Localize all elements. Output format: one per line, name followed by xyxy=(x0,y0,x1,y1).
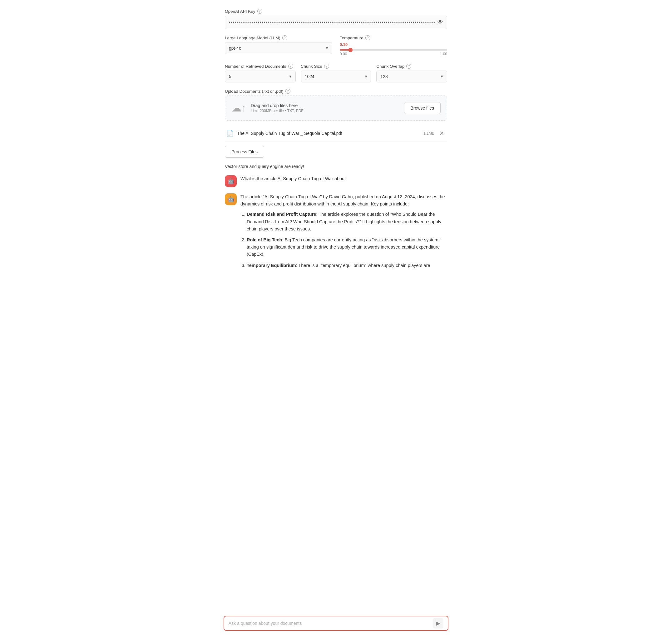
file-doc-icon: 📄 xyxy=(226,130,234,137)
ai-point-3: Temporary Equilibrium: There is a "tempo… xyxy=(247,262,447,269)
temperature-help-icon[interactable]: ? xyxy=(365,35,370,40)
api-key-value: ••••••••••••••••••••••••••••••••••••••••… xyxy=(229,20,435,25)
chunk-overlap-help-icon[interactable]: ? xyxy=(406,64,411,69)
send-button[interactable]: ▶ xyxy=(433,618,443,629)
temperature-value: 0.10 xyxy=(340,42,447,47)
ai-message-content: The article "AI Supply Chain Tug of War"… xyxy=(240,193,447,273)
user-message-content: What is the article AI Supply Chain Tug … xyxy=(240,175,447,182)
retrieved-docs-help-icon[interactable]: ? xyxy=(288,64,293,69)
upload-dropzone[interactable]: ☁↑ Drag and drop files here Limit 200MB … xyxy=(225,95,447,121)
toggle-visibility-icon[interactable]: 👁 xyxy=(437,19,443,25)
chunk-size-select[interactable]: 512 1024 2048 xyxy=(301,71,371,82)
retrieved-docs-label: Number of Retrieved Documents ? xyxy=(225,64,296,69)
file-name: The AI Supply Chain Tug of War _ Sequoia… xyxy=(237,131,418,136)
ai-point-1-title: Demand Risk and Profit Capture xyxy=(247,212,316,217)
temp-min: 0.00 xyxy=(340,52,347,56)
ai-point-1: Demand Risk and Profit Capture: The arti… xyxy=(247,211,447,233)
llm-select-wrapper: gpt-4o gpt-4 gpt-3.5-turbo ▼ xyxy=(225,42,332,54)
llm-label: Large Language Model (LLM) ? xyxy=(225,35,332,40)
chat-area: 🤖 What is the article AI Supply Chain Tu… xyxy=(225,175,447,273)
chunk-overlap-label: Chunk Overlap ? xyxy=(376,64,447,69)
llm-select[interactable]: gpt-4o gpt-4 gpt-3.5-turbo xyxy=(225,42,332,54)
upload-help-icon[interactable]: ? xyxy=(286,89,290,94)
temp-max: 1.00 xyxy=(440,52,447,56)
chunk-overlap-select-wrapper: 0 64 128 256 ▼ xyxy=(376,71,447,83)
file-size: 1.1MB xyxy=(423,131,434,135)
drag-drop-text: Drag and drop files here xyxy=(251,103,304,108)
chunk-size-help-icon[interactable]: ? xyxy=(324,64,329,69)
ai-avatar: 🤖 xyxy=(225,193,237,205)
retrieved-docs-select-wrapper: 3 5 7 10 ▼ xyxy=(225,71,296,83)
temperature-label: Temperature ? xyxy=(340,35,447,40)
upload-label: Upload Documents (.txt or .pdf) ? xyxy=(225,89,447,94)
ai-point-2-title: Role of Big Tech xyxy=(247,237,282,242)
ai-intro: The article "AI Supply Chain Tug of War"… xyxy=(240,193,447,208)
api-key-label: OpenAI API Key ? xyxy=(225,9,447,14)
ai-message: 🤖 The article "AI Supply Chain Tug of Wa… xyxy=(225,193,447,273)
llm-help-icon[interactable]: ? xyxy=(282,35,287,40)
upload-limit-text: Limit 200MB per file • TXT, PDF xyxy=(251,109,304,113)
chunk-size-label: Chunk Size ? xyxy=(301,64,371,69)
ai-point-3-title: Temporary Equilibrium xyxy=(247,263,296,268)
retrieved-docs-select[interactable]: 3 5 7 10 xyxy=(225,71,295,82)
browse-files-button[interactable]: Browse files xyxy=(404,102,441,114)
api-key-input-wrapper: ••••••••••••••••••••••••••••••••••••••••… xyxy=(225,16,447,29)
ai-point-3-body: : There is a "temporary equilibrium" whe… xyxy=(296,263,430,268)
temperature-slider[interactable]: 0.00 1.00 xyxy=(340,48,447,57)
api-key-help-icon[interactable]: ? xyxy=(257,9,262,14)
chunk-size-select-wrapper: 512 1024 2048 ▼ xyxy=(301,71,371,83)
file-item: 📄 The AI Supply Chain Tug of War _ Sequo… xyxy=(225,126,447,142)
chat-input-bar: ▶ xyxy=(223,616,449,631)
user-avatar: 🤖 xyxy=(225,175,237,187)
user-message: 🤖 What is the article AI Supply Chain Tu… xyxy=(225,175,447,187)
ai-point-2: Role of Big Tech: Big Tech companies are… xyxy=(247,236,447,258)
status-message: Vector store and query engine are ready! xyxy=(225,164,447,169)
remove-file-button[interactable]: ✕ xyxy=(437,129,446,138)
cloud-upload-icon: ☁↑ xyxy=(231,102,247,114)
process-files-button[interactable]: Process Files xyxy=(225,146,264,158)
ai-points-list: Demand Risk and Profit Capture: The arti… xyxy=(247,211,447,269)
chunk-overlap-select[interactable]: 0 64 128 256 xyxy=(377,71,447,82)
chat-input[interactable] xyxy=(229,616,433,630)
